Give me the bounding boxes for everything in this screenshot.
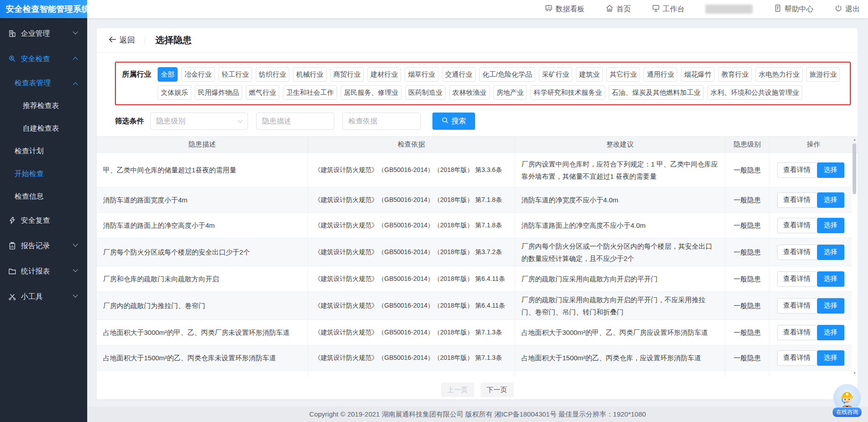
industry-tag[interactable]: 冶金行业: [181, 67, 215, 82]
industry-tag[interactable]: 文体娱乐: [158, 85, 191, 100]
building-icon: [8, 29, 16, 38]
industry-tag[interactable]: 农林牧渔业: [449, 85, 490, 100]
tools-icon: [8, 293, 16, 301]
cell-description: 占地面积大于1500m²的乙、丙类仓库未设置环形消防车道: [97, 345, 308, 371]
view-details-button[interactable]: 查看详情: [777, 245, 817, 260]
industry-tag[interactable]: 烟花爆竹: [681, 67, 714, 82]
industry-tag[interactable]: 民用爆炸物品: [195, 85, 242, 100]
nav-home[interactable]: 首页: [605, 4, 631, 14]
sidebar-item-enterprise-mgmt[interactable]: 企业管理: [0, 21, 87, 46]
industry-tag-selected[interactable]: 全部: [158, 67, 178, 82]
redacted-username[interactable]: [705, 5, 753, 14]
cell-level: 一般隐患: [725, 320, 769, 345]
table-row: 厂房内的疏散门为推拉门、卷帘门 《建筑设计防火规范》（GB50016-2014）…: [97, 292, 852, 320]
home-icon: [605, 4, 614, 14]
sidebar: 企业管理 安全检查 检查表管理 推荐检查表 自建检查表 检查计划: [0, 18, 87, 422]
nav-workbench[interactable]: 工作台: [652, 4, 684, 14]
table-row: 消防车道的路面上的净空高度小于4m 《建筑设计防火规范》（GB50016-201…: [97, 213, 852, 238]
cell-basis: 《建筑设计防火规范》（GB50016-2014）（2018年版） 第6.4.11…: [308, 266, 515, 292]
nav-logout[interactable]: 退出: [834, 4, 860, 14]
sidebar-item-start-inspection[interactable]: 开始检查: [0, 162, 87, 185]
cell-suggestion: 厂房的疏散门应采用向疏散方向开启的平开门，不应采用推拉门、卷帘门、吊门、转门和折…: [515, 292, 725, 320]
sidebar-item-inspection-info[interactable]: 检查信息: [0, 185, 87, 208]
select-button[interactable]: 选择: [817, 325, 844, 340]
sidebar-item-safety-inspection[interactable]: 安全检查: [0, 46, 87, 72]
next-page-button[interactable]: 下一页: [481, 383, 514, 397]
industry-tag[interactable]: 机械行业: [293, 67, 327, 82]
copyright-text: Copyright © 2019-2021 湖南展通科技集团有限公司 版权所有 …: [309, 410, 646, 419]
industry-tag[interactable]: 建材行业: [367, 67, 401, 82]
view-details-button[interactable]: 查看详情: [777, 192, 817, 208]
industry-tag[interactable]: 教育行业: [718, 67, 752, 82]
back-button[interactable]: 返回: [109, 35, 135, 45]
inspect-icon: [8, 55, 16, 63]
nav-help-center[interactable]: 帮助中心: [774, 4, 813, 14]
select-button[interactable]: 选择: [817, 245, 844, 260]
scroll-down-icon[interactable]: ▼: [852, 370, 858, 377]
industry-tag[interactable]: 卫生和社会工作: [283, 85, 337, 100]
table-scrollbar[interactable]: ▲ ▼: [852, 136, 858, 377]
inspection-basis-input[interactable]: [342, 113, 421, 130]
online-consult-widget[interactable]: 在线咨询: [832, 384, 862, 417]
industry-tag[interactable]: 轻工行业: [218, 67, 252, 82]
cell-basis: 《建筑设计防火规范》（GB50016-2014）（2018年版） 第3.7.2条: [308, 238, 515, 266]
industry-tag[interactable]: 纺织行业: [256, 67, 289, 82]
cell-description: 厂房内的疏散门为推拉门、卷帘门: [97, 292, 308, 320]
sidebar-item-report-records[interactable]: 报告记录: [0, 233, 87, 259]
view-details-button[interactable]: 查看详情: [777, 218, 817, 233]
industry-tag[interactable]: 水利、环境和公共设施管理业: [707, 85, 802, 100]
lightning-icon: [8, 216, 16, 225]
select-button[interactable]: 选择: [817, 218, 844, 233]
chevron-down-icon: [238, 118, 243, 123]
industry-tag[interactable]: 化工/危险化学品: [479, 67, 535, 82]
hazard-description-input[interactable]: [256, 113, 334, 130]
hazard-level-select[interactable]: 隐患级别: [150, 113, 248, 130]
sidebar-item-custom-checklist[interactable]: 自建检查表: [0, 117, 87, 140]
industry-tag[interactable]: 交通行业: [442, 67, 476, 82]
sidebar-item-statistics-reports[interactable]: 统计报表: [0, 259, 87, 284]
search-button[interactable]: 搜索: [432, 113, 475, 130]
industry-tag[interactable]: 商贸行业: [330, 67, 364, 82]
select-button[interactable]: 选择: [817, 192, 844, 208]
online-consult-label: 在线咨询: [832, 407, 862, 417]
industry-tag[interactable]: 水电热力行业: [755, 67, 803, 82]
chevron-down-icon: [73, 292, 78, 297]
chevron-up-icon: [73, 82, 78, 87]
industry-tag[interactable]: 旅游行业: [806, 67, 840, 82]
industry-tag[interactable]: 医药制造业: [405, 85, 446, 100]
select-button[interactable]: 选择: [817, 162, 844, 178]
industry-tag[interactable]: 居民服务、修理业: [341, 85, 402, 100]
sidebar-item-recommended-checklist[interactable]: 推荐检查表: [0, 94, 87, 117]
select-button[interactable]: 选择: [817, 350, 844, 366]
search-icon: [441, 117, 449, 126]
cell-suggestion: 厂房内设置中间仓库时，应符合下列规定：1 甲、乙类中间仓库应靠外墙布置，其储量不…: [515, 153, 725, 187]
sidebar-item-checklist-mgmt[interactable]: 检查表管理: [0, 72, 87, 94]
nav-dashboard[interactable]: 数据看板: [545, 4, 585, 14]
view-details-button[interactable]: 查看详情: [777, 162, 817, 178]
industry-tag[interactable]: 其它行业: [606, 67, 640, 82]
col-header-basis: 检查依据: [308, 137, 515, 153]
pagination: 上一页 下一页: [97, 383, 858, 397]
industry-tag[interactable]: 科学研究和技术服务业: [531, 85, 605, 100]
view-details-button[interactable]: 查看详情: [777, 298, 817, 314]
sidebar-item-safety-recheck[interactable]: 安全复查: [0, 208, 87, 233]
view-details-button[interactable]: 查看详情: [777, 271, 817, 287]
view-details-button[interactable]: 查看详情: [777, 325, 817, 340]
industry-tag[interactable]: 烟草行业: [405, 67, 438, 82]
col-header-description: 隐患描述: [97, 137, 308, 153]
industry-tag[interactable]: 石油、煤炭及其他燃料加工业: [609, 85, 704, 100]
sidebar-item-tools[interactable]: 小工具: [0, 284, 87, 309]
view-details-button[interactable]: 查看详情: [777, 350, 817, 366]
sidebar-item-inspection-plan[interactable]: 检查计划: [0, 140, 87, 162]
industry-tag[interactable]: 房地产业: [493, 85, 527, 100]
scrollbar-thumb[interactable]: [853, 143, 856, 194]
industry-tag[interactable]: 建筑业: [576, 67, 603, 82]
industry-tag[interactable]: 通用行业: [644, 67, 677, 82]
industry-tag[interactable]: 采矿行业: [539, 67, 572, 82]
select-button[interactable]: 选择: [817, 271, 844, 287]
select-button[interactable]: 选择: [817, 298, 844, 314]
prev-page-button[interactable]: 上一页: [441, 383, 474, 397]
scroll-up-icon[interactable]: ▲: [852, 137, 858, 143]
industry-tag[interactable]: 燃气行业: [246, 85, 279, 100]
hazard-table: 隐患描述 检查依据 整改建议 隐患级别 操作 甲、乙类中间仓库的储量超过1昼夜的…: [97, 136, 858, 377]
